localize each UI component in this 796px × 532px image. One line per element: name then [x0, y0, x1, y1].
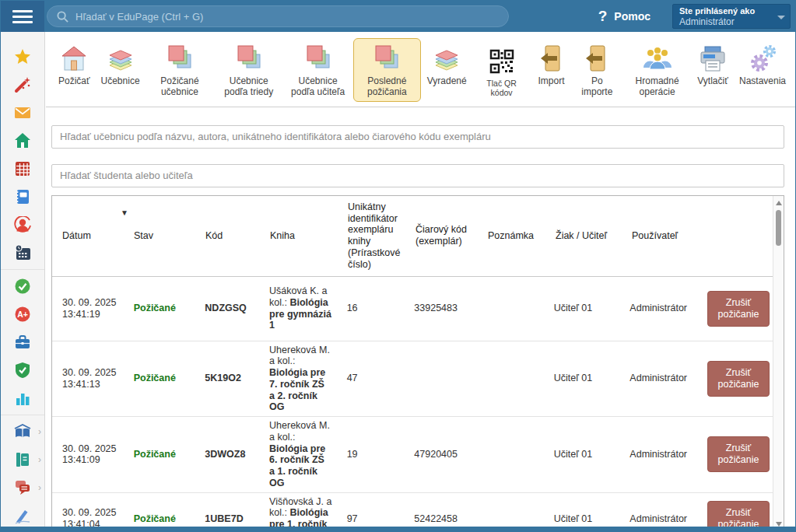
tool-posledne-pozicania[interactable]: Posledné požičania	[353, 38, 421, 102]
sidebar-separator	[1, 415, 44, 415]
cell-code: 1UBE7D	[195, 510, 259, 527]
sidebar-item-signature[interactable]	[1, 502, 44, 527]
sidebar-item-profile[interactable]	[1, 211, 44, 239]
calendar-clock-icon	[14, 244, 31, 261]
sidebar-item-statistics[interactable]	[1, 384, 44, 412]
header-unikatny-identifikator[interactable]: Unikátny identifikátor exempláru knihy (…	[338, 198, 405, 274]
tool-vyradene[interactable]: Vyradené	[423, 38, 472, 91]
header-datum[interactable]: Dátum	[52, 227, 124, 245]
scroll-up-icon[interactable]	[776, 201, 782, 205]
tool-label: Hromadné operácie	[628, 76, 686, 98]
tool-ucebnice[interactable]: Učebnice	[96, 38, 145, 91]
sidebar-item-agenda[interactable]	[1, 328, 44, 356]
header-kod[interactable]: Kód	[195, 227, 260, 245]
overlapping-squares-icon	[303, 44, 334, 74]
sort-descending-icon[interactable]: ▼	[121, 208, 128, 217]
sidebar-item-calendar[interactable]	[1, 239, 44, 267]
cancel-loan-button[interactable]: Zrušiť požičanie	[707, 361, 770, 397]
cell-user: Administrátor	[619, 369, 697, 387]
cell-status: Požičané	[124, 369, 195, 387]
sidebar-item-timetable[interactable]	[1, 155, 44, 183]
scroll-down-icon[interactable]	[776, 522, 782, 527]
header-stav[interactable]: Stav	[124, 227, 195, 245]
header-kniha[interactable]: Kniha	[260, 227, 338, 245]
header-actions	[700, 233, 784, 239]
sidebar-item-grades[interactable]: A+	[1, 300, 44, 328]
svg-text:A+: A+	[17, 310, 28, 319]
scrollbar-thumb[interactable]	[776, 210, 781, 246]
cell-barcode: 52422458	[404, 510, 476, 527]
table-row: 30. 09. 2025 13:41:09 Požičané 3DWOZ8 Uh…	[52, 417, 784, 493]
global-search[interactable]	[47, 5, 509, 27]
envelope-icon	[14, 104, 31, 121]
cell-uid: 16	[337, 299, 405, 317]
cancel-loan-button[interactable]: Zrušiť požičanie	[707, 501, 770, 527]
cell-status: Požičané	[124, 510, 195, 527]
tool-ucebnice-podla-triedy[interactable]: Učebnice podľa triedy	[215, 38, 282, 102]
tool-po-importe[interactable]: Po importe	[573, 38, 622, 102]
cell-note	[476, 376, 544, 382]
global-search-input[interactable]	[75, 11, 499, 23]
tool-hromadne-operacie[interactable]: Hromadné operácie	[623, 38, 691, 102]
chat-bubbles-icon	[14, 479, 31, 496]
person-icon	[14, 216, 31, 233]
table-row: 30. 09. 2025 13:41:04 Požičané 1UBE7D Vi…	[52, 493, 784, 527]
header-ziak-ucitel[interactable]: Žiak / Učiteľ	[545, 227, 622, 245]
help-label: Pomoc	[614, 10, 650, 23]
bar-chart-icon	[14, 390, 31, 407]
sidebar-item-chat[interactable]: ›	[1, 474, 44, 502]
person-search-input[interactable]	[51, 164, 784, 187]
top-bar: ? Pomoc Ste prihlásený ako Administrátor	[1, 1, 795, 32]
cell-code: 3DWOZ8	[195, 446, 259, 464]
cell-user: Administrátor	[619, 510, 697, 527]
table-row: 30. 09. 2025 13:41:13 Požičané 5K19O2 Uh…	[52, 341, 784, 418]
cancel-loan-button[interactable]: Zrušiť požičanie	[707, 291, 770, 327]
overlapping-squares-icon	[233, 44, 265, 74]
hamburger-menu-button[interactable]	[1, 1, 44, 32]
edupage-library-window: ? Pomoc Ste prihlásený ako Administrátor	[0, 0, 796, 532]
logged-in-user-dropdown[interactable]: Ste prihlásený ako Administrátor	[672, 4, 791, 29]
cell-barcode	[404, 376, 476, 382]
tool-nastavenia[interactable]: Nastavenia	[735, 38, 791, 91]
sidebar-item-favorites[interactable]	[1, 43, 44, 71]
tool-ucebnice-podla-ucitela[interactable]: Učebnice podľa učiteľa	[284, 38, 352, 102]
tool-label: Tlač QR kódov	[478, 79, 526, 97]
star-icon	[14, 48, 31, 65]
cell-note	[476, 306, 544, 312]
table-row: 30. 09. 2025 13:41:19 Požičané NDZGSQ Uš…	[52, 277, 784, 341]
sidebar-item-attendance[interactable]	[1, 272, 44, 300]
tool-label: Nastavenia	[739, 76, 786, 87]
tool-vytlacit[interactable]: Vytlačiť	[693, 38, 733, 91]
chevron-right-icon: ›	[38, 482, 41, 493]
sidebar-item-documents[interactable]: ›	[1, 446, 44, 474]
chevron-right-icon: ›	[38, 426, 41, 437]
header-pouzivatel[interactable]: Používateľ	[622, 227, 700, 245]
tool-import[interactable]: Import	[532, 38, 571, 91]
loans-table: ▼ Dátum Stav Kód Kniha Unikátny identifi…	[51, 195, 784, 527]
help-button[interactable]: ? Pomoc	[598, 8, 650, 25]
tool-pozicane-ucebnice[interactable]: Požičané učebnice	[146, 38, 214, 102]
cell-date: 30. 09. 2025 13:41:09	[52, 440, 124, 470]
table-scrollbar[interactable]	[773, 196, 784, 527]
tool-tlac-qr-kodov[interactable]: Tlač QR kódov	[473, 38, 531, 101]
header-ciarovy-kod[interactable]: Čiarový kód (exemplár)	[405, 221, 478, 250]
bottom-accent-bar	[1, 527, 795, 531]
book-search-input[interactable]	[51, 125, 784, 149]
book-author: Uhereková M. a kol.:	[269, 420, 330, 443]
cancel-loan-button[interactable]: Zrušiť požičanie	[707, 436, 770, 472]
cell-barcode: 33925483	[404, 299, 476, 317]
sidebar-item-wizard[interactable]	[1, 71, 44, 99]
house-icon	[58, 44, 89, 74]
header-poznamka[interactable]: Poznámka	[478, 227, 545, 245]
sidebar-item-security[interactable]	[1, 356, 44, 384]
cell-book: Uhereková M. a kol.: Biológia pre 6. roč…	[259, 417, 337, 492]
layers-stack-icon	[431, 44, 462, 74]
sidebar-item-notebook[interactable]	[1, 183, 44, 211]
tool-pozicat[interactable]: Požičať	[54, 38, 95, 91]
magic-wand-icon	[14, 76, 31, 93]
sidebar-item-library[interactable]: ›	[1, 418, 44, 446]
sidebar-item-home[interactable]	[1, 127, 44, 155]
signed-in-label: Ste prihlásený ako	[679, 6, 774, 16]
sidebar-item-messages[interactable]	[1, 99, 44, 127]
book-title: Biológia pre 6. ročník ZŠ a 1. ročník OG	[269, 443, 325, 488]
